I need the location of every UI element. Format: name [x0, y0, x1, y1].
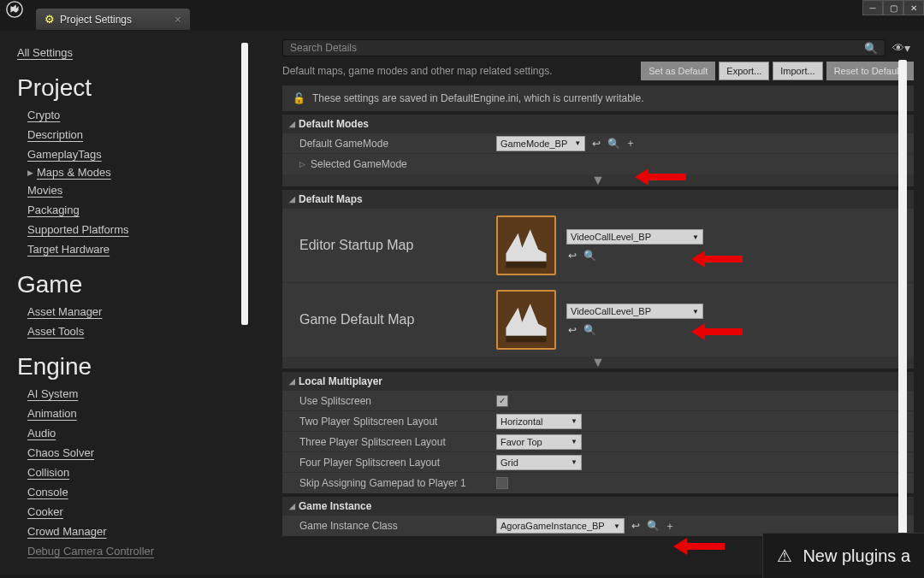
tab-project-settings[interactable]: ⚙ Project Settings	[36, 9, 190, 30]
unlock-icon: 🔓	[293, 92, 305, 104]
reset-arrow-icon[interactable]: ↩	[630, 520, 642, 532]
expand-bar[interactable]: ▼	[282, 174, 914, 186]
svg-rect-3	[506, 262, 546, 268]
sidebar-item-packaging[interactable]: Packaging	[27, 200, 245, 220]
label-two-player-layout: Two Player Splitscreen Layout	[299, 416, 496, 428]
sidebar-item-collision[interactable]: Collision	[27, 463, 245, 482]
sidebar-item-description[interactable]: Description	[27, 125, 245, 144]
combo-two-player-layout[interactable]: Horizontal▼	[496, 414, 582, 429]
add-icon[interactable]: ＋	[664, 520, 676, 532]
browse-icon[interactable]: 🔍	[583, 324, 595, 336]
collapse-icon: ◢	[289, 502, 295, 510]
map-thumbnail[interactable]	[496, 215, 556, 275]
info-bar: 🔓 These settings are saved in DefaultEng…	[282, 86, 914, 111]
expand-bar[interactable]: ▼	[282, 357, 914, 369]
new-plugins-toast[interactable]: ⚠ New plugins a	[762, 533, 924, 578]
section-default-maps[interactable]: ◢Default Maps	[282, 190, 914, 209]
expand-icon[interactable]: ▷	[299, 160, 305, 168]
sidebar-item-asset-tools[interactable]: Asset Tools	[27, 321, 245, 341]
sidebar-item-crypto[interactable]: Crypto	[27, 105, 245, 125]
set-default-button[interactable]: Set as Default	[641, 62, 715, 80]
svg-rect-6	[506, 336, 546, 343]
sidebar-item-crowd-manager[interactable]: Crowd Manager	[27, 522, 245, 541]
label-game-default-map: Game Default Map	[299, 312, 496, 327]
minimize-button[interactable]: ─	[862, 0, 883, 15]
sidebar-item-cooker[interactable]: Cooker	[27, 502, 245, 522]
sidebar-item-supported-platforms[interactable]: Supported Platforms	[27, 220, 245, 239]
warning-icon: ⚠	[777, 546, 792, 566]
checkbox-use-splitscreen[interactable]: ✓	[496, 395, 508, 407]
sidebar-item-chaos-solver[interactable]: Chaos Solver	[27, 443, 245, 463]
annotation-arrow	[673, 536, 725, 557]
svg-marker-10	[673, 538, 725, 555]
tab-label: Project Settings	[60, 14, 132, 26]
search-icon: 🔍	[864, 42, 878, 55]
export-button[interactable]: Export...	[719, 62, 769, 80]
combo-editor-startup-map[interactable]: VideoCallLevel_BP▼	[566, 229, 703, 245]
add-icon[interactable]: ＋	[625, 138, 637, 150]
browse-icon[interactable]: 🔍	[647, 520, 659, 532]
collapse-icon: ◢	[289, 120, 295, 128]
sidebar-item-debug-camera[interactable]: Debug Camera Controller	[27, 541, 245, 561]
search-placeholder: Search Details	[290, 42, 357, 54]
close-button[interactable]: ✕	[903, 0, 924, 15]
sidebar-item-ai-system[interactable]: AI System	[27, 384, 245, 404]
info-text: These settings are saved in DefaultEngin…	[312, 92, 644, 104]
label-editor-startup-map: Editor Startup Map	[299, 238, 496, 253]
sidebar-all-settings[interactable]: All Settings	[17, 43, 245, 62]
sidebar-item-audio[interactable]: Audio	[27, 423, 245, 443]
map-thumbnail[interactable]	[496, 290, 556, 350]
sidebar-item-movies[interactable]: Movies	[27, 180, 245, 200]
section-game-instance[interactable]: ◢Game Instance	[282, 497, 914, 516]
sidebar-item-target-hardware[interactable]: Target Hardware	[27, 239, 245, 259]
checkbox-skip-gamepad[interactable]	[496, 477, 508, 489]
search-input[interactable]: Search Details 🔍	[282, 39, 886, 56]
label-default-gamemode: Default GameMode	[299, 138, 496, 150]
label-game-instance-class: Game Instance Class	[299, 520, 496, 532]
combo-four-player-layout[interactable]: Grid▼	[496, 455, 582, 470]
section-local-multiplayer[interactable]: ◢Local Multiplayer	[282, 372, 914, 391]
sidebar-item-asset-manager[interactable]: Asset Manager	[27, 302, 245, 321]
reset-arrow-icon[interactable]: ↩	[566, 250, 578, 262]
combo-game-instance-class[interactable]: AgoraGameInstance_BP▼	[496, 518, 625, 534]
combo-three-player-layout[interactable]: Favor Top▼	[496, 434, 582, 450]
label-three-player-layout: Three Player Splitscreen Layout	[299, 436, 496, 448]
collapse-icon: ◢	[289, 195, 295, 203]
content-scrollbar[interactable]	[898, 60, 907, 564]
sidebar-heading-engine: Engine	[17, 353, 245, 380]
browse-icon[interactable]: 🔍	[583, 250, 595, 262]
toast-text: New plugins a	[803, 546, 910, 566]
sidebar-heading-project: Project	[17, 74, 245, 102]
label-skip-gamepad: Skip Assigning Gamepad to Player 1	[299, 477, 496, 489]
maximize-button[interactable]: ▢	[883, 0, 903, 15]
combo-default-gamemode[interactable]: GameMode_BP▼	[496, 136, 585, 151]
triangle-icon: ▶	[27, 168, 33, 177]
sidebar-item-animation[interactable]: Animation	[27, 404, 245, 423]
eye-icon[interactable]: 👁▾	[889, 41, 914, 55]
sidebar-item-maps-modes[interactable]: Maps & Modes	[37, 166, 111, 179]
browse-icon[interactable]: 🔍	[607, 138, 619, 150]
gear-icon: ⚙	[44, 13, 55, 26]
collapse-icon: ◢	[289, 377, 295, 386]
sidebar-item-gameplaytags[interactable]: GameplayTags	[27, 144, 245, 164]
import-button[interactable]: Import...	[773, 62, 822, 80]
section-default-modes[interactable]: ◢Default Modes	[282, 115, 914, 133]
sidebar-item-console[interactable]: Console	[27, 482, 245, 502]
sidebar-heading-game: Game	[17, 271, 245, 298]
reset-arrow-icon[interactable]: ↩	[566, 324, 578, 336]
label-four-player-layout: Four Player Splitscreen Layout	[299, 457, 496, 469]
sidebar-scrollbar[interactable]	[241, 43, 248, 325]
combo-game-default-map[interactable]: VideoCallLevel_BP▼	[566, 304, 703, 319]
reset-arrow-icon[interactable]: ↩	[590, 138, 602, 150]
label-use-splitscreen: Use Splitscreen	[299, 395, 496, 407]
section-description: Default maps, game modes and other map r…	[282, 65, 553, 77]
label-selected-gamemode: Selected GameMode	[311, 158, 407, 170]
